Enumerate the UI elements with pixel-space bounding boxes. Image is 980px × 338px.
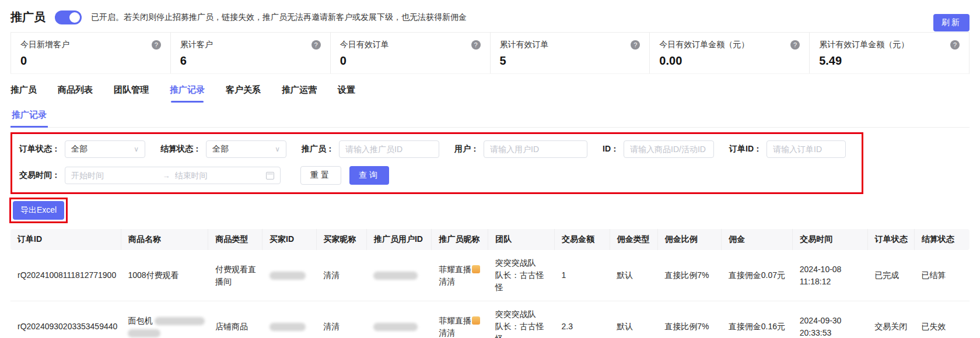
records-table: 订单ID商品名称商品类型买家ID买家昵称推广员用户ID推广员昵称团队交易金额佣金… [10,229,970,338]
person-emoji-icon [472,265,480,273]
table-row: rQ20240930203353459440面包机 店铺商品清清菲耀直播清清突突… [10,301,970,338]
table-cell: 直接佣金0.16元 [722,301,793,338]
nav-tab[interactable]: 推广运营 [282,85,317,103]
cell-line: 20:33:53 [800,327,865,338]
cell-text: 20:33:53 [800,328,832,337]
filter-label: 用户： [454,144,479,154]
tab-promotion-records[interactable]: 推广记录 [10,110,48,128]
nav-tab[interactable]: 团队管理 [114,85,149,103]
user-input[interactable] [484,140,587,158]
cell-line: 清清 [323,321,364,333]
cell-line: 清清 [323,269,364,281]
cell-text: 队长：古古怪怪 [495,270,544,292]
id-input[interactable] [624,140,714,158]
stat-card-top: 累计客户? [180,40,321,50]
cell-line [373,321,429,333]
stat-card: 今日有效订单?0 [330,33,490,73]
filter-label: 推广员： [302,144,334,154]
promoter-enabled-toggle[interactable] [55,10,82,24]
search-button[interactable]: 查询 [349,166,389,185]
question-circle-icon[interactable]: ? [950,40,960,50]
cell-text: rQ20240930203353459440 [18,322,117,331]
cell-line: 店铺商品 [215,321,260,333]
cell-text: 2024-10-08 [800,265,842,274]
table-cell: 已完成 [867,250,914,301]
table-body: rQ202410081118127719001008付费观看付费观看直播间清清菲… [10,250,970,338]
cell-line: 队长：古古怪怪 [495,321,552,338]
cell-line: 2.3 [561,321,607,333]
stat-card: 累计有效订单?5 [490,33,650,73]
order-id-input[interactable] [766,140,846,158]
nav-tab[interactable]: 推广员 [10,85,37,103]
filter-field-id: ID： [603,140,714,158]
question-circle-icon[interactable]: ? [790,40,800,50]
nav-tab[interactable]: 推广记录 [170,85,205,103]
question-circle-icon[interactable]: ? [471,40,481,50]
stat-card-top: 今日有效订单金额（元）? [659,40,800,50]
column-header: 订单状态 [867,229,914,250]
cell-text: rQ20241008111812771900 [18,270,116,280]
cell-line: 默认 [617,321,655,333]
cell-line: rQ20240930203353459440 [18,321,118,333]
filter-row-2: 交易时间： → 重置 查询 [19,166,855,185]
table-cell: 2.3 [554,301,610,338]
cell-line [128,327,205,338]
reset-button[interactable]: 重置 [300,166,341,185]
refresh-button[interactable]: 刷新 [933,14,970,31]
settle-status-select[interactable]: 全部∨ [206,140,286,158]
table-cell: rQ20240930203353459440 [10,301,121,338]
table-cell: 直接比例7% [657,250,721,301]
table-cell: 店铺商品 [208,301,262,338]
toggle-knob [69,12,80,23]
column-header: 商品名称 [121,229,208,250]
cell-text: 交易关闭 [874,322,907,331]
filter-label: 订单状态： [19,144,60,154]
question-circle-icon[interactable]: ? [631,40,640,50]
stat-label: 累计有效订单 [500,40,549,50]
table-row: rQ202410081118127719001008付费观看付费观看直播间清清菲… [10,250,970,301]
column-header: 商品类型 [208,229,262,250]
stat-label: 今日有效订单 [340,40,389,50]
cell-text: 直接比例7% [664,322,709,331]
transaction-time-label: 交易时间： [19,170,60,181]
stat-card-top: 累计有效订单金额（元）? [819,40,960,50]
date-range-picker[interactable]: → [65,167,281,184]
end-date-input[interactable] [175,171,262,180]
cell-line: 突突突战队 [495,257,552,269]
cell-text: 1008付费观看 [128,270,178,280]
export-excel-button[interactable]: 导出Excel [13,201,64,220]
cell-line: 菲耀直播 [439,263,486,276]
cell-text: 突突突战队 [495,309,536,319]
cell-line: 直接佣金0.16元 [729,321,790,333]
page-title: 推广员 [10,9,46,25]
cell-text: 已失效 [921,322,946,331]
stat-card-top: 今日新增客户? [20,40,161,50]
promoter-input[interactable] [339,140,439,158]
question-circle-icon[interactable]: ? [152,40,161,50]
nav-tabs: 推广员商品列表团队管理推广记录客户关系推广运营设置 [0,74,980,103]
order-status-select[interactable]: 全部∨ [65,140,145,158]
cell-line: 直接比例7% [664,269,719,281]
cell-line: 1 [561,269,607,281]
cell-line: 面包机 [128,315,205,327]
table-cell: 菲耀直播清清 [432,250,488,301]
table-cell: rQ20241008111812771900 [10,250,121,301]
nav-tab[interactable]: 商品列表 [58,85,93,103]
table-cell: 清清 [316,301,366,338]
records-table-wrap: 订单ID商品名称商品类型买家ID买家昵称推广员用户ID推广员昵称团队交易金额佣金… [10,229,970,338]
table-cell: 直接比例7% [657,301,721,338]
cell-line: 直接比例7% [664,321,719,333]
cell-line: 清清 [439,327,486,338]
nav-tab[interactable]: 设置 [338,85,355,103]
calendar-icon [266,172,274,179]
filter-panel-annotation-box: 订单状态：全部∨结算状态：全部∨推广员：用户：ID：订单ID： 交易时间： → … [10,132,863,194]
cell-text: 2024-09-30 [800,316,842,325]
cell-text: 1 [561,270,566,280]
cell-line: 直接佣金0.07元 [729,269,790,281]
start-date-input[interactable] [71,171,158,180]
nav-tab[interactable]: 客户关系 [226,85,261,103]
table-cell: 突突突战队队长：古古怪怪 [488,250,555,301]
stat-label: 今日新增客户 [20,40,69,50]
question-circle-icon[interactable]: ? [312,40,321,50]
table-cell [262,250,317,301]
